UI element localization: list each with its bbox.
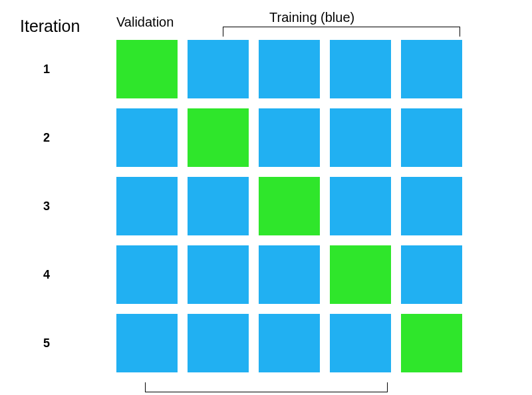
fold-cell: [188, 40, 249, 98]
fold-row: [116, 108, 462, 167]
bracket-bottom: [145, 382, 388, 392]
fold-cell: [330, 40, 391, 98]
fold-cell: [116, 40, 178, 98]
fold-cell: [259, 108, 320, 167]
fold-row: [116, 314, 462, 372]
fold-cell: [188, 245, 249, 304]
row-label: 4: [37, 245, 57, 304]
fold-cell: [330, 314, 391, 372]
fold-cell: [116, 245, 178, 304]
fold-cell: [188, 314, 249, 372]
iteration-heading: Iteration: [20, 17, 80, 36]
fold-row: [116, 245, 462, 304]
cross-validation-diagram: Iteration Validation Training (blue) 1 2…: [0, 0, 532, 395]
row-label: 3: [37, 177, 57, 235]
fold-cell: [188, 177, 249, 235]
row-label: 5: [37, 314, 57, 372]
fold-cell: [401, 245, 462, 304]
fold-cell: [259, 245, 320, 304]
fold-cell: [401, 177, 462, 235]
fold-cell: [188, 108, 249, 167]
fold-cell: [116, 314, 178, 372]
fold-cell: [116, 108, 178, 167]
fold-cell: [259, 40, 320, 98]
fold-cell: [330, 245, 391, 304]
row-labels: 1 2 3 4 5: [37, 40, 57, 382]
fold-grid: [116, 40, 462, 382]
fold-cell: [401, 314, 462, 372]
fold-cell: [330, 108, 391, 167]
row-label: 2: [37, 108, 57, 167]
row-label: 1: [37, 40, 57, 98]
fold-cell: [330, 177, 391, 235]
fold-cell: [401, 108, 462, 167]
fold-cell: [259, 177, 320, 235]
training-bracket-top: [223, 27, 460, 37]
fold-cell: [401, 40, 462, 98]
fold-row: [116, 177, 462, 235]
validation-heading: Validation: [116, 15, 174, 30]
fold-row: [116, 40, 462, 98]
fold-cell: [116, 177, 178, 235]
training-heading: Training (blue): [269, 10, 354, 25]
fold-cell: [259, 314, 320, 372]
